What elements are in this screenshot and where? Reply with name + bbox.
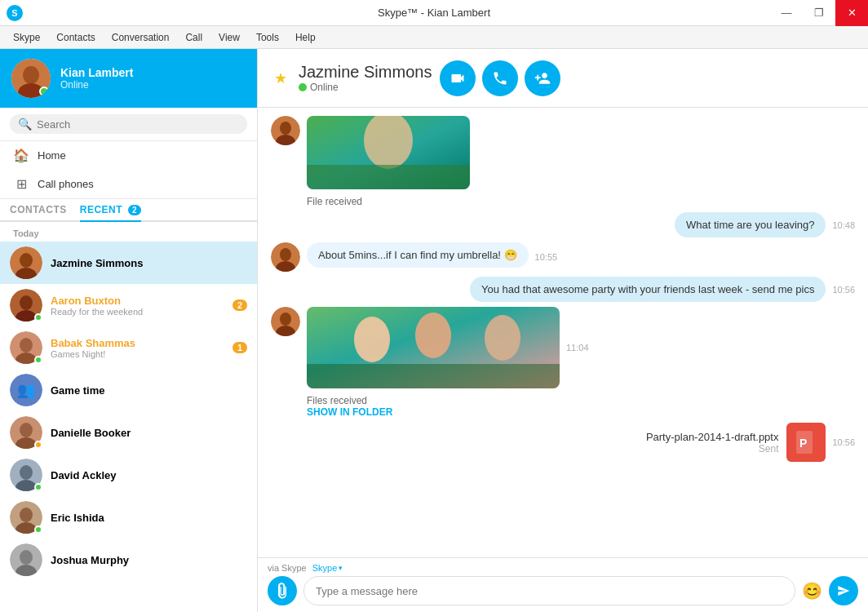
send-button[interactable]: [829, 576, 858, 605]
powerpoint-icon: P: [786, 423, 826, 462]
app-icon: S: [7, 5, 23, 21]
msg-row-outgoing-1: 10:48 What time are you leaving?: [271, 212, 855, 237]
attach-button[interactable]: [268, 576, 297, 605]
video-call-button[interactable]: [440, 60, 476, 96]
pptx-icon: P: [793, 429, 819, 455]
menu-contacts[interactable]: Contacts: [50, 30, 101, 45]
contact-info-danielle: Danielle Booker: [51, 427, 247, 439]
status-dot-david: [34, 483, 42, 491]
menu-view[interactable]: View: [212, 30, 246, 45]
search-input-wrap[interactable]: 🔍: [10, 114, 247, 134]
tab-recent[interactable]: RECENT 2: [80, 204, 141, 222]
svg-text:👥: 👥: [17, 381, 36, 399]
status-dot-eric: [34, 526, 42, 534]
contact-info-jazmine: Jazmine Simmons: [51, 257, 247, 269]
via-label: via Skype: [268, 563, 307, 573]
avatar-jazmine: [10, 246, 42, 279]
restore-button[interactable]: ❐: [803, 0, 835, 26]
msg-images-container: [307, 307, 560, 388]
contact-name-jazmine: Jazmine Simmons: [51, 257, 247, 269]
message-input[interactable]: [303, 576, 795, 605]
profile-header: Kian Lambert Online: [0, 49, 257, 108]
add-contact-button[interactable]: [525, 60, 560, 96]
contact-name-joshua: Joshua Murphy: [51, 554, 247, 566]
contact-item-game[interactable]: 👥 Game time: [0, 369, 257, 411]
msg-row-image-top: [271, 116, 855, 189]
files-received-block: Files received SHOW IN FOLDER: [307, 393, 392, 418]
contact-info-aaron: Aaron Buxton Ready for the weekend: [51, 295, 224, 317]
contact-item-babak[interactable]: Babak Shammas Games Night! 1: [0, 326, 257, 369]
msg-bubble-3: You had that awesome party with your fri…: [470, 277, 826, 302]
contact-item-joshua[interactable]: Joshua Murphy: [0, 539, 257, 581]
contact-info-game: Game time: [51, 384, 247, 397]
contact-info-eric: Eric Ishida: [51, 512, 247, 524]
contact-info-david: David Ackley: [51, 469, 247, 481]
nav-call-phones-label: Call phones: [38, 178, 94, 190]
favorite-star-icon: ★: [274, 69, 287, 87]
msg-time-images: 11:04: [566, 343, 589, 353]
contact-item-aaron[interactable]: Aaron Buxton Ready for the weekend 2: [0, 284, 257, 326]
msg-row-images: 11:04: [271, 307, 855, 388]
svg-point-40: [415, 313, 451, 358]
chat-actions: [440, 60, 560, 96]
menu-help[interactable]: Help: [289, 30, 322, 45]
window-controls: — ❐ ✕: [770, 0, 868, 26]
contact-item-jazmine[interactable]: Jazmine Simmons: [0, 242, 257, 284]
user-avatar: [11, 59, 51, 98]
chat-messages: File received 10:48 What time are you le…: [258, 108, 868, 557]
close-button[interactable]: ✕: [835, 0, 868, 26]
voice-call-button[interactable]: [482, 60, 518, 96]
msg-time-2: 10:55: [535, 252, 558, 262]
file-attachment: Party-plan-2014-1-draft.pptx Sent P: [646, 423, 826, 462]
svg-point-33: [280, 248, 291, 261]
msg-avatar-jazmine: [271, 116, 300, 145]
minimize-button[interactable]: —: [770, 0, 803, 26]
contact-info-babak: Babak Shammas Games Night!: [51, 337, 224, 359]
chat-contact-name: Jazmine Simmons: [299, 63, 432, 82]
contact-subtext-babak: Games Night!: [51, 349, 224, 359]
emoji-button[interactable]: 😊: [802, 581, 822, 601]
menu-tools[interactable]: Tools: [250, 30, 286, 45]
chat-status-row: Online: [299, 82, 432, 93]
svg-point-15: [20, 423, 33, 437]
chat-panel: ★ Jazmine Simmons Online: [258, 49, 868, 612]
add-person-icon: [534, 70, 551, 86]
recent-badge: 2: [128, 205, 141, 215]
files-received-label: Files received: [307, 395, 392, 406]
contact-item-david[interactable]: David Ackley: [0, 454, 257, 496]
contact-name-babak: Babak Shammas: [51, 337, 224, 349]
user-status-dot: [39, 86, 49, 96]
svg-rect-42: [307, 364, 560, 388]
status-dot-aaron: [34, 313, 42, 322]
profile-status: Online: [60, 79, 133, 91]
date-header: Today: [0, 222, 257, 242]
msg-time-file: 10:56: [832, 437, 855, 447]
menu-conversation[interactable]: Conversation: [105, 30, 176, 45]
svg-point-36: [280, 313, 291, 326]
msg-bubble-1: What time are you leaving?: [675, 212, 826, 237]
contact-name-david: David Ackley: [51, 469, 247, 481]
show-in-folder-link[interactable]: SHOW IN FOLDER: [307, 406, 392, 418]
file-name: Party-plan-2014-1-draft.pptx: [646, 431, 779, 443]
contact-name-game: Game time: [51, 384, 247, 397]
send-icon: [837, 584, 850, 597]
msg-row-file-received: File received: [271, 194, 855, 207]
nav-home[interactable]: 🏠 Home: [0, 141, 257, 170]
search-input[interactable]: [37, 118, 239, 131]
svg-point-7: [20, 295, 33, 310]
svg-point-18: [20, 465, 33, 480]
msg-avatar-jazmine-3: [271, 307, 300, 336]
contact-item-danielle[interactable]: Danielle Booker: [0, 411, 257, 454]
avatar-game: 👥: [10, 374, 42, 406]
menu-skype[interactable]: Skype: [7, 30, 46, 45]
contact-item-eric[interactable]: Eric Ishida: [0, 496, 257, 539]
skype-link[interactable]: Skype: [312, 563, 338, 573]
msg-row-outgoing-2: 10:56 You had that awesome party with yo…: [271, 277, 855, 302]
chat-status-dot: [299, 83, 307, 91]
tab-contacts[interactable]: CONTACTS: [10, 204, 67, 220]
window-title: Skype™ - Kian Lambert: [378, 7, 490, 19]
menu-call[interactable]: Call: [179, 30, 209, 45]
svg-point-10: [20, 338, 33, 353]
nav-call-phones[interactable]: ⊞ Call phones: [0, 170, 257, 198]
via-skype-row: via Skype Skype ▾: [268, 563, 858, 573]
